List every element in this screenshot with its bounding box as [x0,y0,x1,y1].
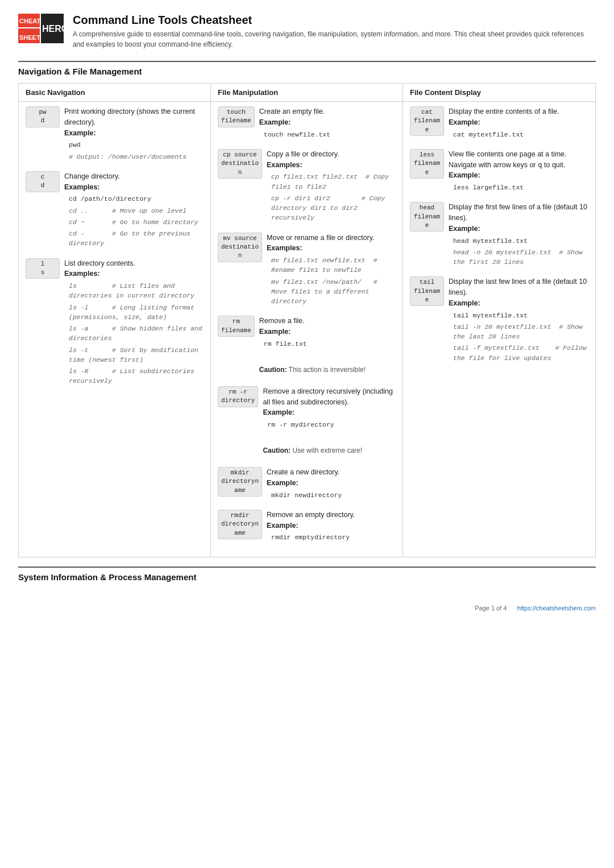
cmd-cd-ex1: cd /path/to/directory [69,194,204,204]
cmd-ls-ex2: ls -l # Long listing format (permissions… [69,303,204,323]
header-text: Command Line Tools Cheatsheet A comprehe… [73,14,596,49]
cmd-head-ex1: head mytextfile.txt [453,236,588,246]
cmd-pwd-desc: Print working directory (shows the curre… [64,106,204,163]
cmd-ls-ex5: ls -R # List subdirectories recursively [69,366,204,386]
logo: CHEAT SHEETS HERO [18,14,64,45]
cmd-mkdir-desc: Create a new directory. Example: mkdir n… [267,467,396,502]
section1-heading: Navigation & File Management [18,61,596,76]
cmd-mv-ex1: mv file1.txt newfile.txt # Rename file1 … [271,255,396,275]
cmd-cp-desc: Copy a file or directory. Examples: cp f… [267,149,396,225]
cmd-tail-badge: tailfilename [410,276,444,306]
col1-header: Basic Navigation [19,84,210,102]
cmd-cd-ex2: cd .. # Move up one level [69,206,204,216]
cmd-tail-ex2: tail -n 20 mytextfile.txt # Show the las… [453,322,588,342]
cmd-ls-badge: ls [26,258,60,279]
cmd-cat-badge: catfilename [410,106,444,136]
cmd-less-desc: View file contents one page at a time. N… [449,149,588,195]
cmd-touch-ex1: touch newfile.txt [264,130,396,139]
cmd-cd: cd Change directory. Examples: cd /path/… [26,171,204,250]
cmd-pwd-badge: pwd [26,106,60,127]
page-title: Command Line Tools Cheatsheet [73,14,596,27]
cmd-cd-badge: cd [26,171,60,192]
col3-content: catfilename Display the entire contents … [403,102,595,377]
cmd-tail-ex1: tail mytextfile.txt [453,311,588,320]
cmd-head-desc: Display the first few lines of a file (d… [449,202,588,268]
page-description: A comprehensive guide to essential comma… [73,29,596,49]
cmd-less: lessfilename View file contents one page… [410,149,588,195]
cmd-pwd-code: pwd [69,140,204,150]
section2-heading: System Information & Process Management [18,567,596,582]
page-number: Page 1 of 4 [475,605,507,611]
cmd-mv-desc: Move or rename a file or directory. Exam… [267,233,396,308]
cmd-cd-ex4: cd - # Go to the previous directory [69,229,204,249]
cmd-cp: cp sourcedestination Copy a file or dire… [218,149,396,225]
cmd-rm-caution: Caution: This action is irreversible! [259,365,396,375]
cmd-tail-ex3: tail -f mytextfile.txt # Follow the file… [453,343,588,363]
cmd-cp-ex1: cp file1.txt file2.txt # Copy file1 to f… [271,172,396,192]
cmd-rm-desc: Remove a file. Example: rm file.txt Caut… [259,316,396,378]
footer: Page 1 of 4 https://cheatsheetshero.com [18,605,596,611]
cmd-ls-ex1: ls # List files and directories in curre… [69,281,204,301]
cmd-head: headfilename Display the first few lines… [410,202,588,268]
cmd-ls-desc: List directory contents. Examples: ls # … [64,258,204,388]
cmd-rm-r-desc: Remove a directory recursively (includin… [263,386,396,459]
cmd-cp-ex2: cp -r dir1 dir2 # Copy directory dir1 to… [271,193,396,223]
cmd-mkdir: mkdirdirectoryname Create a new director… [218,467,396,502]
svg-text:CHEAT: CHEAT [19,18,40,24]
cmd-cp-badge: cp sourcedestination [218,149,262,179]
cmd-ls: ls List directory contents. Examples: ls… [26,258,204,388]
cmd-touch-desc: Create an empty file. Example: touch new… [259,106,396,141]
col2-content: touchfilename Create an empty file. Exam… [211,102,403,557]
cmd-mv: mv sourcedestination Move or rename a fi… [218,233,396,308]
cmd-ls-ex3: ls -a # Show hidden files and directorie… [69,324,204,344]
col-basic-navigation: Basic Navigation pwd Print working direc… [19,84,211,557]
cmd-cd-desc: Change directory. Examples: cd /path/to/… [64,171,204,250]
cmd-rmdir-desc: Remove an empty directory. Example: rmdi… [267,510,396,544]
col-file-manipulation: File Manipulation touchfilename Create a… [211,84,403,557]
cmd-mkdir-badge: mkdirdirectoryname [218,467,262,497]
col-file-content: File Content Display catfilename Display… [403,84,595,557]
svg-text:HERO: HERO [42,24,64,34]
col3-header: File Content Display [403,84,595,102]
cmd-cat-desc: Display the entire contents of a file. E… [449,106,588,141]
cmd-rm-r-badge: rm -rdirectory [218,386,258,407]
cmd-less-badge: lessfilename [410,149,444,179]
cmd-cat: catfilename Display the entire contents … [410,106,588,141]
footer-url[interactable]: https://cheatsheetshero.com [517,605,596,611]
cmd-rmdir-badge: rmdirdirectoryname [218,510,262,539]
cmd-rm-r-caution: Caution: Use with extreme care! [263,445,396,456]
cmd-touch: touchfilename Create an empty file. Exam… [218,106,396,141]
cmd-cat-ex1: cat mytextfile.txt [453,130,588,139]
cmd-tail: tailfilename Display the last few lines … [410,276,588,365]
cmd-head-badge: headfilename [410,202,444,232]
col1-content: pwd Print working directory (shows the c… [19,102,210,400]
cmd-rmdir-ex1: rmdir emptydirectory [271,532,396,542]
cmd-mv-badge: mv sourcedestination [218,233,262,262]
page-header: CHEAT SHEETS HERO Command Line Tools Che… [18,14,596,49]
cmd-rm-badge: rmfilename [218,316,255,337]
cmd-pwd-output: # Output: /home/user/documents [69,152,204,162]
cmd-pwd: pwd Print working directory (shows the c… [26,106,204,163]
cmd-cd-ex3: cd ~ # Go to home directory [69,217,204,227]
cmd-tail-desc: Display the last few lines of a file (de… [449,276,588,365]
cmd-ls-ex4: ls -t # Sort by modification time (newes… [69,345,204,365]
cmd-rm: rmfilename Remove a file. Example: rm fi… [218,316,396,378]
cmd-rmdir: rmdirdirectoryname Remove an empty direc… [218,510,396,544]
cmd-rm-r-ex1: rm -r mydirectory [267,420,396,429]
cmd-mv-ex2: mv file1.txt /new/path/ # Move file1 to … [271,277,396,307]
cmd-less-ex1: less largefile.txt [453,183,588,192]
cmd-head-ex2: head -n 20 mytextfile.txt # Show the fir… [453,247,588,267]
col2-header: File Manipulation [211,84,403,102]
main-grid: Basic Navigation pwd Print working direc… [18,83,596,557]
cmd-touch-badge: touchfilename [218,106,255,127]
cmd-rm-r: rm -rdirectory Remove a directory recurs… [218,386,396,459]
cmd-rm-ex1: rm file.txt [264,339,396,349]
svg-text:SHEETS: SHEETS [19,34,44,41]
cmd-mkdir-ex1: mkdir newdirectory [271,490,396,500]
